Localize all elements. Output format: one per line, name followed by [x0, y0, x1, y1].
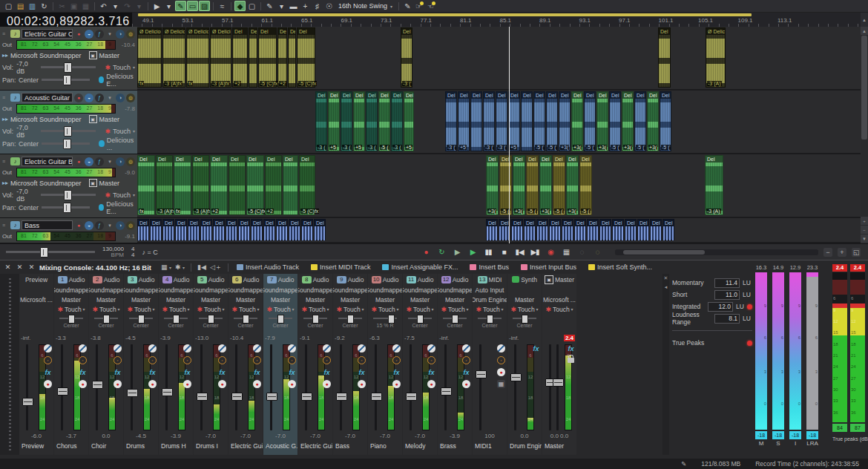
mixer-strip[interactable]: 10AudioSoundmapperMaster✱Touch▾15 % R-6.…	[368, 274, 402, 455]
timeline-arrange-area[interactable]: Ø DeliciousfxØ Delicious-3 (A)fxØ Delici…	[137, 27, 861, 243]
automation-mode-button[interactable]: ✱Touch▾	[105, 128, 135, 135]
strip-pan-slider[interactable]	[408, 315, 432, 322]
track-fx-chain-button[interactable]: Delicious ...	[99, 137, 135, 151]
fader-handle[interactable]	[301, 393, 312, 401]
audio-clip[interactable]: Del-5 (C)fx	[299, 155, 315, 215]
audio-clip[interactable]: Del-5 (	[634, 91, 646, 151]
strip-pan-slider[interactable]	[513, 315, 536, 322]
freeze-button[interactable]: ◍	[126, 94, 135, 102]
track-drag-handle-icon[interactable]: ≡	[2, 160, 9, 163]
fader-handle[interactable]	[231, 393, 243, 401]
strip-name-label[interactable]: Melody	[405, 442, 437, 450]
pause-button[interactable]: ▮▮	[483, 248, 493, 256]
mixer-strip[interactable]: 2AudioSoundmapperMaster✱Touch▾Center-3.8…	[89, 274, 123, 455]
pitch-tool-icon[interactable]: ♯	[312, 1, 323, 11]
audio-clip[interactable]: Del-5 (C)fx	[258, 27, 277, 88]
fx-bypass-icon[interactable]: ◦	[79, 356, 87, 364]
fader-handle[interactable]	[406, 393, 417, 401]
timeline-vertical-scrollbar[interactable]: ▲ + − ▼	[861, 27, 868, 243]
new-project-icon[interactable]: ▢	[3, 1, 14, 11]
audio-clip[interactable]: Ø Deliciousfx	[137, 27, 162, 88]
record-arm-icon[interactable]: ●	[497, 368, 505, 376]
redo-menu-icon[interactable]: ▾	[134, 1, 145, 11]
pencil-tool-icon[interactable]: ✎	[264, 1, 275, 11]
timeline-track-lane[interactable]: Ø DeliciousfxØ Delicious-3 (A)fxØ Delici…	[137, 27, 861, 91]
fader-handle[interactable]	[510, 373, 522, 381]
audio-clip[interactable]: Del	[288, 27, 296, 88]
strip-fader[interactable]	[444, 344, 447, 430]
strip-output-bus-button[interactable]: Microsoft ...	[19, 295, 53, 304]
mixer-strip[interactable]: 12AudioSoundmapperMaster✱Touch▾Center-in…	[438, 274, 472, 455]
audio-clip[interactable]: Del	[226, 219, 237, 240]
audio-device-button[interactable]: ▸▸Microsoft Soundmapper	[2, 52, 82, 59]
insert-button[interactable]: Insert Soft Synth...	[586, 263, 654, 271]
fader-handle[interactable]	[336, 393, 347, 401]
track-name-field[interactable]: Acoustic Guitar	[22, 93, 73, 102]
timeline-track-lane[interactable]: Del-3 (Del+5Del-3 (Del+5Del-3 (Del-5 (De…	[137, 91, 861, 154]
track-header[interactable]: ≡♪Bass●◒ƒ▾◑◍Out81726354453627189-9.1	[0, 218, 137, 243]
event-record-button[interactable]: ◉	[545, 248, 556, 256]
audio-clip[interactable]: Del+2	[232, 27, 248, 88]
track-drag-handle-icon[interactable]: ≡	[2, 33, 9, 36]
mixer-strip[interactable]: 3AudioSoundmapperMaster✱Touch▾Center-4.5…	[124, 274, 158, 455]
audio-clip[interactable]: Del-5 (	[553, 155, 565, 215]
fx-chain-icon[interactable]: fx	[532, 344, 540, 352]
strip-fader[interactable]	[96, 344, 98, 430]
fx-chain-icon[interactable]: fx	[427, 368, 435, 376]
volume-slider[interactable]	[41, 194, 96, 196]
record-arm-icon[interactable]: ●	[114, 380, 122, 388]
fx-chain-icon[interactable]: fx	[323, 368, 331, 376]
audio-clip[interactable]: Del	[536, 219, 548, 240]
mixer-strip[interactable]: 9AudioSoundmapperMaster✱Touch▾Center-9.2…	[333, 274, 367, 455]
audio-clip[interactable]: Del+5	[328, 91, 340, 151]
strip-fader[interactable]	[235, 344, 237, 430]
interactive-tool-icon[interactable]: +	[300, 1, 311, 11]
strip-output-bus-button[interactable]: Master	[194, 295, 228, 304]
stop-button[interactable]: ■	[499, 248, 509, 256]
output-bus-button[interactable]: ▣Master	[89, 179, 120, 187]
fx-bypass-icon[interactable]: ◦	[427, 356, 435, 364]
go-to-start-button[interactable]: ▮◀	[514, 248, 525, 256]
audio-clip[interactable]: Del+3(	[566, 155, 579, 215]
tempo-display[interactable]: 130,000 BPM	[102, 246, 124, 258]
record-arm-icon[interactable]: ●	[358, 380, 366, 388]
strip-name-label[interactable]: Choir	[91, 442, 123, 450]
phase-invert-icon[interactable]	[358, 344, 366, 352]
track-fx-chain-button[interactable]: Delicious E...	[99, 200, 135, 215]
track-drag-handle-icon[interactable]: ≡	[2, 224, 9, 227]
audio-clip[interactable]: Del	[200, 219, 212, 240]
audio-clip[interactable]: Del+2	[265, 155, 282, 215]
volume-slider-handle[interactable]	[64, 126, 72, 137]
fx-menu-chevron-icon[interactable]: ▾	[105, 30, 114, 39]
strip-fader[interactable]	[514, 344, 516, 430]
fx-bypass-icon[interactable]: ◦	[462, 356, 470, 364]
mute-button[interactable]: ◒	[85, 221, 93, 230]
output-bus-button[interactable]: ▣Master	[89, 115, 120, 123]
volume-slider[interactable]	[41, 130, 96, 132]
strip-name-label[interactable]: Bass	[335, 442, 367, 450]
audio-clip[interactable]: Del-5 (C)fx	[246, 155, 264, 215]
audio-clip[interactable]: Del-5 (	[378, 91, 390, 151]
strip-name-label[interactable]: Master	[545, 442, 576, 450]
go-to-end-button[interactable]: ▶▮	[530, 248, 540, 256]
strip-name-label[interactable]: Preview	[22, 442, 53, 450]
phase-invert-icon[interactable]	[497, 344, 505, 352]
audio-clip[interactable]: Ø Deliciousfx	[186, 27, 209, 88]
audio-clip[interactable]: Del-5 (	[609, 91, 621, 151]
strip-pan-slider[interactable]	[269, 315, 292, 322]
audio-clip[interactable]: Del-3 (	[496, 91, 507, 151]
fx-chain-icon[interactable]: fx	[392, 368, 401, 376]
mixer-strip[interactable]: 4AudioSoundmapperMaster✱Touch▾Center-3.9…	[159, 274, 193, 455]
fx-chain-icon[interactable]: fx	[218, 368, 226, 376]
strip-fader[interactable]	[375, 344, 377, 430]
strip-output-bus-button[interactable]: Master	[263, 295, 297, 304]
audio-clip[interactable]: Del-5 (	[499, 155, 512, 215]
mixer-strip[interactable]: 1AudioSoundmapperMaster✱Touch▾Center-3.3…	[54, 274, 88, 455]
audio-clip[interactable]: Delfx	[137, 155, 155, 215]
phase-invert-icon[interactable]	[392, 344, 401, 352]
audio-clip[interactable]: Del-3 (	[391, 91, 403, 151]
strip-output-bus-button[interactable]: Master	[298, 295, 332, 304]
record-arm-icon[interactable]: ●	[218, 380, 226, 388]
audio-clip[interactable]: Del+3(	[622, 91, 634, 151]
open-project-icon[interactable]: ▤	[15, 1, 26, 11]
